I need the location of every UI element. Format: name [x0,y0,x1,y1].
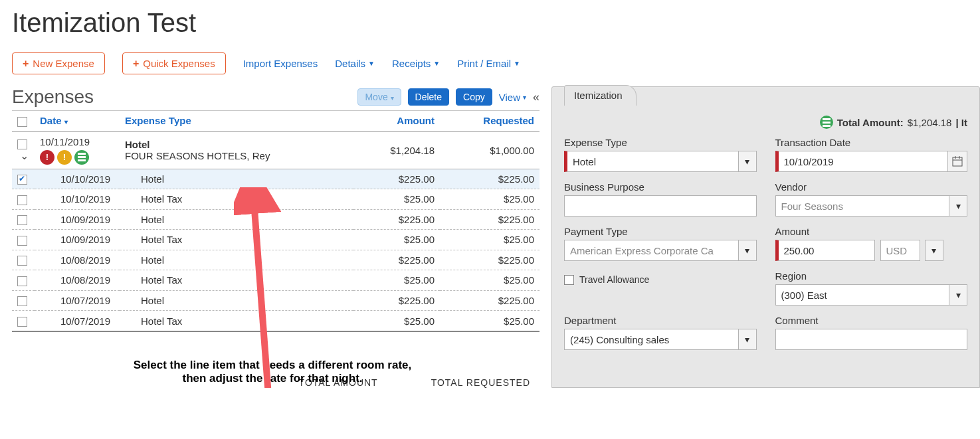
itemization-detail-pane: Itemization Total Amount: $1,204.18 | It… [551,86,980,388]
copy-button[interactable]: Copy [456,88,492,106]
total-requested-label: TOTAL REQUESTED [431,377,530,388]
view-menu[interactable]: View ▾ [499,92,526,103]
caret-down-icon: ▾ [523,94,526,101]
col-expense-type[interactable]: Expense Type [120,111,353,132]
select-all-checkbox[interactable] [17,117,27,127]
field-region: Region ▾ [775,270,968,306]
sort-desc-icon: ▾ [64,118,68,126]
field-payment-type: Payment Type ▾ [564,226,757,261]
row-checkbox[interactable] [17,256,27,266]
row-checkbox[interactable] [17,276,27,286]
row-checkbox[interactable] [17,317,27,327]
table-row[interactable]: 10/08/2019Hotel$225.00$225.00 [12,250,539,270]
dropdown-icon[interactable]: ▾ [738,329,757,350]
itemized-icon [74,150,89,165]
vendor-input[interactable] [775,195,950,217]
expenses-table: Date ▾ Expense Type Amount Requested ⌄ 1… [12,110,539,332]
currency-input [880,240,920,261]
calendar-icon[interactable] [947,151,967,172]
annotation-text: Select the line item that needs a differ… [133,359,412,385]
department-input[interactable] [564,329,739,350]
move-button[interactable]: Move ▾ [357,88,401,106]
table-row[interactable]: 10/07/2019Hotel$225.00$225.00 [12,290,539,311]
dropdown-icon[interactable]: ▾ [738,151,757,172]
receipts-menu[interactable]: Receipts▼ [392,58,440,69]
tab-itemization[interactable]: Itemization [564,85,637,106]
new-expense-button[interactable]: + New Expense [12,52,105,74]
table-row[interactable]: 10/07/2019Hotel Tax$25.00$25.00 [12,311,539,331]
table-parent-row[interactable]: ⌄ 10/11/2019 ! ! Hotel FOUR SEASONS HOTE… [12,132,539,169]
itemized-icon [820,116,833,129]
svg-rect-2 [953,157,962,166]
expense-type-input[interactable] [564,151,739,172]
table-row[interactable]: 10/10/2019Hotel$225.00$225.00 [12,169,539,189]
page-title: Itemization Test [12,8,980,38]
dropdown-icon[interactable]: ▾ [949,284,967,306]
amount-input[interactable] [775,240,875,261]
field-business-purpose: Business Purpose [564,181,757,217]
table-row[interactable]: 10/09/2019Hotel$225.00$225.00 [12,209,539,230]
row-checkbox[interactable] [17,175,27,185]
total-suffix: | It [955,117,967,128]
plus-icon: + [133,58,139,69]
field-transaction-date: Transaction Date [775,137,968,172]
expenses-heading: Expenses [12,86,94,108]
table-row[interactable]: 10/09/2019Hotel Tax$25.00$25.00 [12,230,539,250]
payment-type-input [564,240,739,261]
total-amount-label: Total Amount: [837,117,904,128]
total-amount-value: $1,204.18 [908,117,952,128]
expenses-pane: Expenses Move ▾ Delete Copy View ▾ « Dat… [0,86,551,388]
business-purpose-input[interactable] [564,195,757,217]
table-row[interactable]: 10/10/2019Hotel Tax$25.00$25.00 [12,189,539,210]
collapse-pane-icon[interactable]: « [533,90,539,104]
row-checkbox[interactable] [17,139,27,149]
plus-icon: + [23,58,29,69]
report-toolbar: + New Expense + Quick Expenses Import Ex… [0,43,980,86]
quick-expenses-button[interactable]: + Quick Expenses [122,52,226,74]
row-checkbox[interactable] [17,236,27,246]
alert-icon: ! [40,150,54,165]
field-comment: Comment [775,315,968,350]
dropdown-icon[interactable]: ▾ [949,195,967,217]
col-amount[interactable]: Amount [353,111,440,132]
field-amount: Amount ▾ [775,226,968,261]
caret-down-icon: ▼ [514,60,520,67]
field-department: Department ▾ [564,315,757,350]
row-checkbox[interactable] [17,215,27,225]
caret-down-icon: ▾ [391,94,394,102]
field-expense-type: Expense Type ▾ [564,137,757,172]
dropdown-icon[interactable]: ▾ [925,240,943,261]
chevron-down-icon[interactable]: ⌄ [20,149,29,162]
comment-input[interactable] [775,329,968,350]
table-row[interactable]: 10/08/2019Hotel Tax$25.00$25.00 [12,270,539,291]
col-requested[interactable]: Requested [440,111,539,132]
warning-icon: ! [57,150,72,165]
row-checkbox[interactable] [17,195,27,205]
details-menu[interactable]: Details▼ [335,58,375,69]
print-email-menu[interactable]: Print / Email▼ [457,58,520,69]
col-date[interactable]: Date ▾ [35,111,120,132]
row-checkbox[interactable] [17,296,27,306]
transaction-date-input[interactable] [775,151,949,172]
travel-allowance-checkbox[interactable] [564,275,574,285]
field-travel-allowance: Travel Allowance [564,270,757,306]
delete-button[interactable]: Delete [408,88,449,106]
region-input[interactable] [775,284,950,306]
dropdown-icon[interactable]: ▾ [738,240,757,261]
field-vendor: Vendor ▾ [775,181,968,217]
caret-down-icon: ▼ [433,60,440,67]
caret-down-icon: ▼ [368,60,375,67]
import-expenses-link[interactable]: Import Expenses [243,58,318,69]
